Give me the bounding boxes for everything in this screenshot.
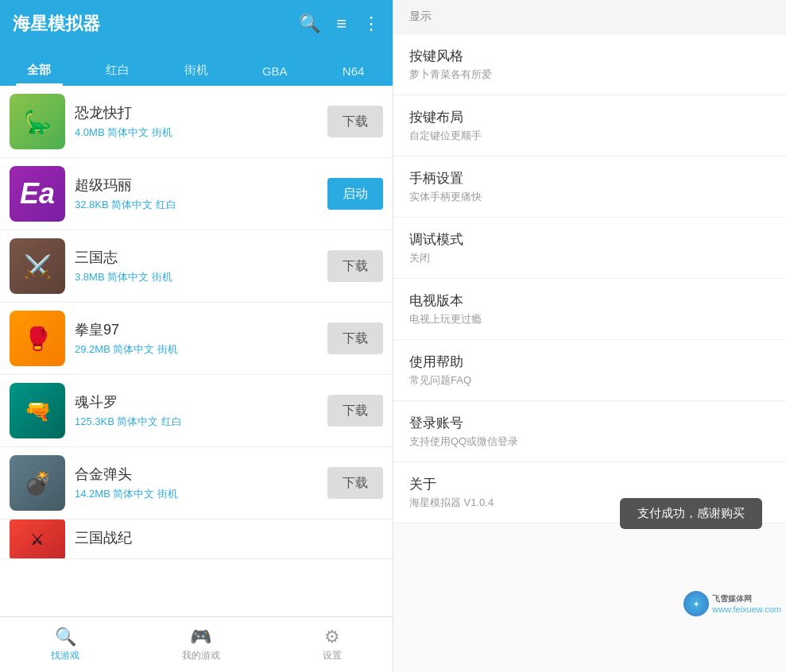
nav-settings[interactable]: ⚙ 设置 <box>323 627 342 662</box>
game-meta: 14.2MB 简体中文 街机 <box>75 487 318 501</box>
settings-title: 使用帮助 <box>409 353 770 371</box>
game-thumb: ⚔️ <box>10 238 65 294</box>
game-meta: 32.8KB 简体中文 红白 <box>75 198 318 212</box>
toast-message: 支付成功，感谢购买 <box>620 498 762 529</box>
settings-title: 调试模式 <box>409 230 770 249</box>
game-thumb: 💣 <box>10 455 65 511</box>
game-name: 恐龙快打 <box>75 103 318 122</box>
game-name: 魂斗罗 <box>75 392 318 411</box>
tab-arcade[interactable]: 街机 <box>157 63 236 86</box>
game-info: 魂斗罗 125.3KB 简体中文 红白 <box>75 392 318 429</box>
download-button[interactable]: 下载 <box>327 322 383 354</box>
left-panel: 海星模拟器 🔍 ≡ ⋮ 全部 红白 街机 GBA N64 🦕 恐龙快打 4.0M… <box>0 0 393 672</box>
game-name: 拳皇97 <box>75 320 318 339</box>
settings-item-tv[interactable]: 电视版本 电视上玩更过瘾 <box>393 279 786 340</box>
settings-section-header: 显示 <box>393 0 786 34</box>
settings-sub: 关闭 <box>409 251 770 265</box>
game-info: 恐龙快打 4.0MB 简体中文 街机 <box>75 103 318 140</box>
game-meta: 4.0MB 简体中文 街机 <box>75 126 318 140</box>
thumb-text: Ea <box>20 177 55 210</box>
nav-my-games[interactable]: 🎮 我的游戏 <box>182 627 220 662</box>
settings-sub: 支持使用QQ或微信登录 <box>409 434 770 449</box>
right-panel: 显示 按键风格 萝卜青菜各有所爱 按键布局 自定键位更顺手 手柄设置 实体手柄更… <box>393 0 786 672</box>
tab-bar: 全部 红白 街机 GBA N64 <box>0 48 393 86</box>
settings-title: 登录账号 <box>409 414 770 432</box>
settings-item-debug[interactable]: 调试模式 关闭 <box>393 218 786 279</box>
game-thumb: 🦕 <box>10 94 65 149</box>
download-button[interactable]: 下载 <box>327 250 383 282</box>
launch-button[interactable]: 启动 <box>327 178 383 210</box>
game-meta: 3.8MB 简体中文 街机 <box>75 270 318 284</box>
game-thumb: Ea <box>10 166 65 222</box>
bottom-nav: 🔍 找游戏 🎮 我的游戏 ⚙ 设置 <box>0 616 393 672</box>
watermark-text: 飞雪媒体网 www.feixuew.com <box>712 593 781 614</box>
nav-find-games[interactable]: 🔍 找游戏 <box>51 627 79 662</box>
game-name: 三国战纪 <box>75 528 383 547</box>
game-thumb: 🔫 <box>10 383 65 438</box>
game-info: 三国志 3.8MB 简体中文 街机 <box>75 248 318 284</box>
settings-sub: 常见问题FAQ <box>409 373 770 388</box>
app-header: 海星模拟器 🔍 ≡ ⋮ <box>0 0 393 48</box>
settings-title: 按键布局 <box>409 108 770 126</box>
watermark: ✦ 飞雪媒体网 www.feixuew.com <box>683 591 781 616</box>
app-title: 海星模拟器 <box>13 12 283 36</box>
more-icon[interactable]: ⋮ <box>362 14 380 34</box>
settings-title: 关于 <box>409 475 770 493</box>
game-info: 合金弹头 14.2MB 简体中文 街机 <box>75 465 318 501</box>
tab-fc[interactable]: 红白 <box>79 63 157 86</box>
settings-item-help[interactable]: 使用帮助 常见问题FAQ <box>393 340 786 401</box>
list-item: 🔫 魂斗罗 125.3KB 简体中文 红白 下载 <box>0 375 393 447</box>
download-button[interactable]: 下载 <box>327 467 383 499</box>
settings-item-key-layout[interactable]: 按键布局 自定键位更顺手 <box>393 95 786 156</box>
filter-icon[interactable]: ≡ <box>336 14 347 34</box>
game-list: 🦕 恐龙快打 4.0MB 简体中文 街机 下载 Ea 超级玛丽 32.8KB 简… <box>0 86 393 616</box>
tab-n64[interactable]: N64 <box>314 64 393 86</box>
game-meta: 29.2MB 简体中文 街机 <box>75 342 318 357</box>
list-item: 🦕 恐龙快打 4.0MB 简体中文 街机 下载 <box>0 86 393 158</box>
list-item: 💣 合金弹头 14.2MB 简体中文 街机 下载 <box>0 447 393 519</box>
game-thumb: 🥊 <box>10 311 65 366</box>
game-meta: 125.3KB 简体中文 红白 <box>75 415 318 429</box>
game-thumb: ⚔ <box>10 519 65 559</box>
settings-title: 手柄设置 <box>409 169 770 187</box>
download-button[interactable]: 下载 <box>327 395 383 427</box>
game-info: 拳皇97 29.2MB 简体中文 街机 <box>75 320 318 357</box>
nav-find-games-label: 找游戏 <box>51 649 79 662</box>
download-button[interactable]: 下载 <box>327 106 383 137</box>
settings-item-key-style[interactable]: 按键风格 萝卜青菜各有所爱 <box>393 34 786 95</box>
settings-item-login[interactable]: 登录账号 支持使用QQ或微信登录 <box>393 401 786 462</box>
settings-title: 按键风格 <box>409 47 770 65</box>
tab-gba[interactable]: GBA <box>235 64 314 86</box>
nav-settings-label: 设置 <box>323 649 342 662</box>
settings-nav-icon: ⚙ <box>324 627 340 647</box>
settings-sub: 自定键位更顺手 <box>409 129 770 143</box>
settings-sub: 萝卜青菜各有所爱 <box>409 68 770 82</box>
gamepad-nav-icon: 🎮 <box>190 627 211 647</box>
list-item: Ea 超级玛丽 32.8KB 简体中文 红白 启动 <box>0 158 393 230</box>
game-info: 三国战纪 <box>75 528 383 550</box>
search-icon[interactable]: 🔍 <box>299 14 320 34</box>
game-name: 合金弹头 <box>75 465 318 484</box>
settings-title: 电视版本 <box>409 292 770 310</box>
list-item: ⚔️ 三国志 3.8MB 简体中文 街机 下载 <box>0 230 393 303</box>
nav-my-games-label: 我的游戏 <box>182 649 220 662</box>
list-item: ⚔ 三国战纪 <box>0 519 393 559</box>
settings-sub: 实体手柄更痛快 <box>409 190 770 204</box>
settings-item-controller[interactable]: 手柄设置 实体手柄更痛快 <box>393 156 786 218</box>
watermark-logo: ✦ <box>683 591 709 616</box>
game-name: 超级玛丽 <box>75 176 318 195</box>
game-info: 超级玛丽 32.8KB 简体中文 红白 <box>75 176 318 212</box>
tab-all[interactable]: 全部 <box>0 63 79 86</box>
list-item: 🥊 拳皇97 29.2MB 简体中文 街机 下载 <box>0 303 393 375</box>
settings-sub: 电视上玩更过瘾 <box>409 312 770 326</box>
game-name: 三国志 <box>75 248 318 267</box>
search-nav-icon: 🔍 <box>55 627 76 647</box>
